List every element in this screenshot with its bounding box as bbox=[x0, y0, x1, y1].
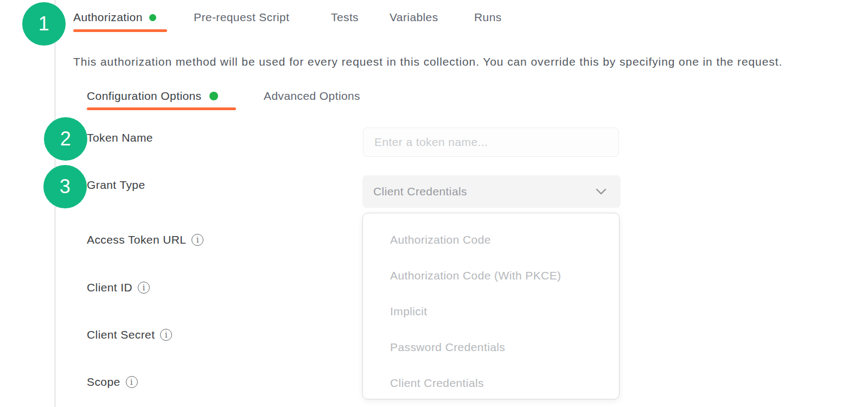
tab-label: Tests bbox=[331, 11, 359, 24]
info-icon[interactable]: i bbox=[138, 282, 150, 294]
step-badge-2: 2 bbox=[44, 117, 87, 161]
step-badge-number: 2 bbox=[60, 128, 71, 150]
client-secret-label: Client Secret i bbox=[87, 328, 172, 341]
green-status-dot-icon bbox=[149, 14, 156, 21]
grant-type-selected-value: Client Credentials bbox=[373, 185, 467, 198]
label-text: Access Token URL bbox=[87, 233, 186, 246]
tab-variables[interactable]: Variables bbox=[390, 11, 438, 24]
subtab-label: Configuration Options bbox=[87, 90, 202, 103]
green-status-dot-icon bbox=[209, 92, 218, 100]
label-text: Client Secret bbox=[87, 328, 155, 341]
token-name-label: Token Name bbox=[87, 131, 153, 144]
active-subtab-underline bbox=[87, 107, 236, 110]
subtab-label: Advanced Options bbox=[264, 90, 360, 103]
step-badge-number: 1 bbox=[39, 12, 49, 35]
grant-type-dropdown-menu: Authorization Code Authorization Code (W… bbox=[362, 213, 620, 399]
grant-type-label: Grant Type bbox=[87, 179, 145, 192]
subtab-advanced-options[interactable]: Advanced Options bbox=[264, 90, 360, 103]
scope-label: Scope i bbox=[87, 376, 138, 389]
auth-description-text: This authorization method will be used f… bbox=[73, 55, 865, 68]
client-id-label: Client ID i bbox=[87, 281, 150, 294]
info-icon[interactable]: i bbox=[126, 376, 138, 388]
step-badge-3: 3 bbox=[43, 165, 87, 208]
tab-label: Variables bbox=[390, 11, 438, 24]
dropdown-option-authorization-code[interactable]: Authorization Code bbox=[363, 222, 619, 258]
tab-runs[interactable]: Runs bbox=[474, 11, 502, 24]
info-icon[interactable]: i bbox=[192, 234, 203, 246]
dropdown-option-authorization-code-pkce[interactable]: Authorization Code (With PKCE) bbox=[363, 258, 619, 294]
collection-auth-panel: 1 2 3 Authorization Pre-request Script T… bbox=[0, 0, 868, 407]
label-text: Scope bbox=[87, 376, 120, 389]
grant-type-select[interactable]: Client Credentials bbox=[362, 175, 621, 208]
dropdown-option-implicit[interactable]: Implicit bbox=[363, 294, 619, 329]
step-badge-number: 3 bbox=[60, 175, 71, 198]
subtab-configuration-options[interactable]: Configuration Options bbox=[87, 90, 218, 103]
tab-pre-request-script[interactable]: Pre-request Script bbox=[194, 11, 289, 24]
dropdown-option-password-credentials[interactable]: Password Credentials bbox=[363, 329, 619, 365]
label-text: Token Name bbox=[87, 131, 153, 144]
tab-label: Pre-request Script bbox=[194, 11, 289, 24]
active-tab-underline bbox=[73, 29, 167, 32]
tab-label: Runs bbox=[474, 11, 502, 24]
tab-authorization[interactable]: Authorization bbox=[73, 11, 156, 24]
info-icon[interactable]: i bbox=[160, 329, 172, 341]
label-text: Grant Type bbox=[87, 179, 145, 192]
dropdown-option-client-credentials[interactable]: Client Credentials bbox=[363, 365, 619, 401]
token-name-input[interactable] bbox=[363, 128, 619, 157]
access-token-url-label: Access Token URL i bbox=[87, 233, 203, 246]
label-text: Client ID bbox=[87, 281, 132, 294]
chevron-down-icon bbox=[596, 188, 607, 195]
tab-tests[interactable]: Tests bbox=[331, 11, 359, 24]
step-badge-1: 1 bbox=[22, 2, 66, 46]
tab-label: Authorization bbox=[73, 11, 143, 24]
